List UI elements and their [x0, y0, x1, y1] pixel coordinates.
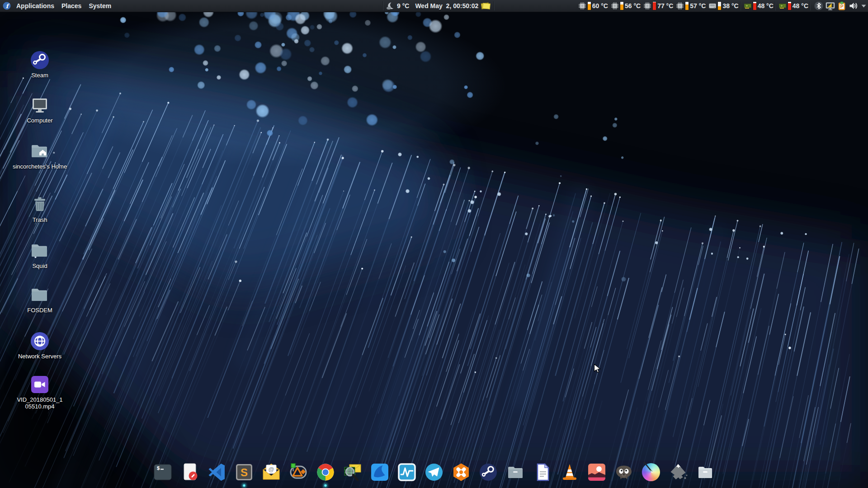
dia-icon [288, 462, 308, 482]
sensor-gpu-temp[interactable]: 48 °C [778, 1, 808, 10]
cpu-chip-icon [676, 2, 684, 10]
desktop-icon-label: Trash [33, 216, 47, 223]
desktop-icon-computer[interactable]: Computer [9, 95, 71, 124]
dock-item-system-monitor[interactable] [397, 462, 417, 482]
desktop-icon-label: Steam [31, 72, 48, 79]
image-viewer-icon [587, 462, 607, 482]
dock-item-telegram[interactable] [424, 462, 444, 482]
dock-item-network-analyzer[interactable] [343, 462, 363, 482]
thermometer [753, 1, 757, 10]
panel-expand-arrow-icon[interactable] [861, 5, 866, 8]
dock-item-krita[interactable] [641, 462, 661, 482]
dock-item-inkscape[interactable] [668, 462, 688, 482]
desktop-icon-fosdem[interactable]: FOSDEM [9, 285, 71, 314]
sublime-text-icon: S [234, 462, 254, 482]
archive-folder-icon [695, 462, 715, 482]
volume-icon[interactable] [849, 1, 858, 10]
dock-item-text-editor[interactable] [180, 462, 200, 482]
fedora-logo-icon: f [3, 2, 11, 10]
system-monitor-icon [397, 462, 417, 482]
steam-icon [29, 50, 50, 70]
desktop-icon-label: Network Servers [18, 353, 61, 360]
cpu-chip-icon [611, 2, 619, 10]
desktop-icon-video-file[interactable]: VID_20180501_105510.mp4 [9, 374, 71, 410]
display-settings-icon[interactable] [826, 2, 835, 10]
desktop-icon-steam[interactable]: Steam [9, 50, 71, 79]
svg-text:S: S [241, 466, 248, 479]
thermometer [587, 1, 591, 10]
dock-item-libreoffice[interactable] [533, 462, 552, 482]
dock-item-steam[interactable] [478, 462, 498, 482]
weather-temp: 9 °C [397, 2, 409, 9]
dock-item-vlc[interactable] [560, 462, 580, 482]
dock-item-image-viewer[interactable] [587, 462, 607, 482]
terminal-icon: $ [153, 462, 173, 482]
cpu-chip-icon [578, 2, 586, 10]
trash-can-icon [29, 194, 50, 215]
vlc-icon [560, 462, 580, 482]
panel-tray: 60 °C 56 °C 77 °C [577, 0, 868, 12]
dock-item-email[interactable]: @ [261, 462, 281, 482]
network-globe-icon [29, 331, 50, 352]
dock-item-wireshark[interactable] [370, 462, 390, 482]
dock-item-dia[interactable] [288, 462, 308, 482]
desktop-icon-label: VID_20180501_105510.mp4 [17, 396, 63, 410]
desktop-icon-squid[interactable]: Squid [9, 240, 71, 269]
clock-text[interactable]: Wed May 2, 00:50:02 [415, 2, 478, 9]
cpu-chip-icon [643, 2, 651, 10]
sensor-disk-temp[interactable]: 38 °C [708, 1, 738, 10]
hexchat-icon [451, 462, 471, 482]
steam-icon [478, 462, 498, 482]
folder-icon [29, 285, 50, 305]
sensor-value: 57 °C [690, 2, 706, 9]
thermometer [788, 1, 792, 10]
thermometer [620, 1, 624, 10]
vscode-icon [207, 462, 227, 482]
sensor-value: 56 °C [625, 2, 641, 9]
email-icon: @ [261, 462, 281, 482]
bluetooth-icon[interactable] [814, 1, 823, 10]
sensor-value: 77 °C [657, 2, 673, 9]
dock-item-terminal[interactable]: $ [153, 462, 173, 482]
dock-item-file-manager[interactable] [505, 462, 525, 482]
libreoffice-icon [533, 462, 552, 482]
wallpaper [0, 0, 868, 488]
menu-applications[interactable]: Applications [13, 0, 58, 12]
dock-item-hexchat[interactable] [451, 462, 471, 482]
panel-separator [810, 1, 811, 10]
dock-item-sublime-text[interactable]: S [234, 462, 254, 482]
hard-disk-icon [708, 2, 717, 10]
clipboard-manager-icon[interactable]: P [837, 1, 846, 10]
panel-separator [494, 1, 495, 10]
inkscape-icon [668, 462, 688, 482]
sensor-value: 48 °C [793, 2, 808, 9]
sensor-gpu-temp[interactable]: 48 °C [744, 1, 774, 10]
sensor-cpu-temp[interactable]: 77 °C [643, 1, 673, 10]
gpu-card-icon [778, 2, 787, 10]
running-indicator [325, 484, 327, 487]
sensor-cpu-temp[interactable]: 60 °C [578, 1, 608, 10]
dock-item-vscode[interactable] [207, 462, 227, 482]
krita-icon [642, 463, 660, 481]
desktop-icon-network-servers[interactable]: Network Servers [9, 331, 71, 360]
sensor-cpu-temp[interactable]: 56 °C [611, 1, 641, 10]
mouse-cursor [594, 364, 603, 375]
desktop-icon-home[interactable]: sincorchetes's Home [9, 141, 71, 170]
svg-text:P: P [840, 4, 844, 9]
sensor-value: 48 °C [758, 2, 774, 9]
desktop-icon-label: FOSDEM [27, 307, 52, 314]
video-file-icon [29, 374, 50, 395]
thermometer [685, 1, 689, 10]
sticky-notes-icon[interactable] [481, 2, 491, 10]
clock-applet[interactable]: 9 °C Wed May 2, 00:50:02 [382, 0, 495, 12]
menu-places[interactable]: Places [58, 0, 85, 12]
menu-system[interactable]: System [85, 0, 115, 12]
computer-monitor-icon [29, 95, 50, 116]
text-editor-icon [180, 462, 200, 482]
dock-item-archive-manager[interactable] [695, 462, 715, 482]
dock-item-gimp[interactable] [614, 462, 634, 482]
desktop-icon-trash[interactable]: Trash [9, 194, 71, 223]
sensor-cpu-temp[interactable]: 57 °C [676, 1, 706, 10]
dock-item-chrome[interactable] [316, 462, 335, 482]
wireshark-icon [370, 462, 390, 482]
